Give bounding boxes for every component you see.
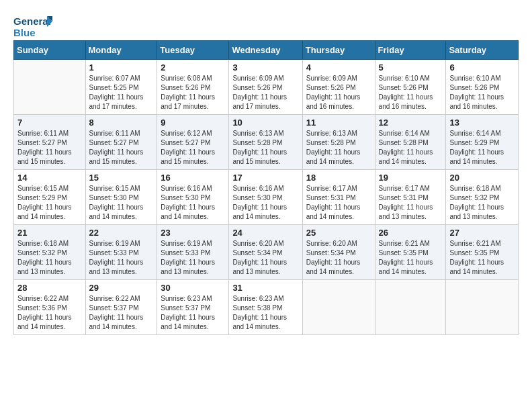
calendar-week-row: 1Sunrise: 6:07 AM Sunset: 5:25 PM Daylig… xyxy=(14,60,519,115)
svg-text:General: General xyxy=(13,15,51,27)
calendar-cell: 17Sunrise: 6:16 AM Sunset: 5:30 PM Dayli… xyxy=(229,170,302,225)
header-day-friday: Friday xyxy=(375,41,446,60)
calendar-week-row: 28Sunrise: 6:22 AM Sunset: 5:36 PM Dayli… xyxy=(14,280,519,335)
calendar-cell: 25Sunrise: 6:20 AM Sunset: 5:34 PM Dayli… xyxy=(302,225,375,280)
day-info: Sunrise: 6:15 AM Sunset: 5:29 PM Dayligh… xyxy=(17,184,82,222)
calendar-cell: 31Sunrise: 6:23 AM Sunset: 5:38 PM Dayli… xyxy=(229,280,302,335)
day-number: 25 xyxy=(306,228,371,238)
header-day-sunday: Sunday xyxy=(14,41,86,60)
calendar-cell: 16Sunrise: 6:16 AM Sunset: 5:30 PM Dayli… xyxy=(157,170,229,225)
calendar-cell: 21Sunrise: 6:18 AM Sunset: 5:32 PM Dayli… xyxy=(14,225,86,280)
header-day-wednesday: Wednesday xyxy=(229,41,302,60)
logo-svg: GeneralBlue xyxy=(13,13,54,40)
day-number: 20 xyxy=(449,173,515,183)
calendar-week-row: 7Sunrise: 6:11 AM Sunset: 5:27 PM Daylig… xyxy=(14,115,519,170)
day-number: 1 xyxy=(89,62,154,73)
day-number: 24 xyxy=(232,228,298,238)
calendar-cell: 23Sunrise: 6:19 AM Sunset: 5:33 PM Dayli… xyxy=(157,225,229,280)
day-number: 11 xyxy=(306,118,371,128)
day-info: Sunrise: 6:08 AM Sunset: 5:26 PM Dayligh… xyxy=(161,74,225,111)
calendar-cell: 24Sunrise: 6:20 AM Sunset: 5:34 PM Dayli… xyxy=(229,225,302,280)
day-info: Sunrise: 6:22 AM Sunset: 5:37 PM Dayligh… xyxy=(89,294,154,332)
svg-text:Blue: Blue xyxy=(13,27,36,38)
day-info: Sunrise: 6:10 AM Sunset: 5:26 PM Dayligh… xyxy=(449,74,515,111)
day-number: 3 xyxy=(232,62,298,73)
day-info: Sunrise: 6:16 AM Sunset: 5:30 PM Dayligh… xyxy=(161,184,225,222)
day-info: Sunrise: 6:23 AM Sunset: 5:37 PM Dayligh… xyxy=(161,294,225,332)
day-number: 18 xyxy=(306,173,371,183)
calendar-cell: 8Sunrise: 6:11 AM Sunset: 5:27 PM Daylig… xyxy=(85,115,157,170)
day-info: Sunrise: 6:11 AM Sunset: 5:27 PM Dayligh… xyxy=(17,129,82,167)
calendar-cell: 3Sunrise: 6:09 AM Sunset: 5:26 PM Daylig… xyxy=(229,60,302,115)
calendar-cell: 26Sunrise: 6:21 AM Sunset: 5:35 PM Dayli… xyxy=(375,225,446,280)
calendar-cell: 18Sunrise: 6:17 AM Sunset: 5:31 PM Dayli… xyxy=(302,170,375,225)
day-info: Sunrise: 6:17 AM Sunset: 5:31 PM Dayligh… xyxy=(306,184,371,222)
calendar-week-row: 21Sunrise: 6:18 AM Sunset: 5:32 PM Dayli… xyxy=(14,225,519,280)
day-info: Sunrise: 6:15 AM Sunset: 5:30 PM Dayligh… xyxy=(89,184,154,222)
calendar-cell: 14Sunrise: 6:15 AM Sunset: 5:29 PM Dayli… xyxy=(14,170,86,225)
day-info: Sunrise: 6:21 AM Sunset: 5:35 PM Dayligh… xyxy=(379,239,443,277)
day-number: 9 xyxy=(161,118,225,128)
day-info: Sunrise: 6:09 AM Sunset: 5:26 PM Dayligh… xyxy=(232,74,298,111)
day-info: Sunrise: 6:10 AM Sunset: 5:26 PM Dayligh… xyxy=(379,74,443,111)
day-number: 2 xyxy=(161,62,225,73)
day-number: 10 xyxy=(232,118,298,128)
day-info: Sunrise: 6:12 AM Sunset: 5:27 PM Dayligh… xyxy=(161,129,225,167)
day-number: 7 xyxy=(17,118,82,128)
calendar-cell: 29Sunrise: 6:22 AM Sunset: 5:37 PM Dayli… xyxy=(85,280,157,335)
day-info: Sunrise: 6:14 AM Sunset: 5:29 PM Dayligh… xyxy=(449,129,515,167)
day-info: Sunrise: 6:09 AM Sunset: 5:26 PM Dayligh… xyxy=(306,74,371,111)
calendar-cell: 1Sunrise: 6:07 AM Sunset: 5:25 PM Daylig… xyxy=(85,60,157,115)
day-info: Sunrise: 6:18 AM Sunset: 5:32 PM Dayligh… xyxy=(17,239,82,277)
day-number: 22 xyxy=(89,228,154,238)
day-info: Sunrise: 6:20 AM Sunset: 5:34 PM Dayligh… xyxy=(232,239,298,277)
day-number: 8 xyxy=(89,118,154,128)
day-number: 21 xyxy=(17,228,82,238)
calendar-cell: 6Sunrise: 6:10 AM Sunset: 5:26 PM Daylig… xyxy=(446,60,519,115)
day-number: 13 xyxy=(449,118,515,128)
calendar-cell: 12Sunrise: 6:14 AM Sunset: 5:28 PM Dayli… xyxy=(375,115,446,170)
calendar-cell: 4Sunrise: 6:09 AM Sunset: 5:26 PM Daylig… xyxy=(302,60,375,115)
day-info: Sunrise: 6:13 AM Sunset: 5:28 PM Dayligh… xyxy=(232,129,298,167)
day-number: 27 xyxy=(449,228,515,238)
header-day-thursday: Thursday xyxy=(302,41,375,60)
logo: GeneralBlue xyxy=(13,13,54,40)
day-info: Sunrise: 6:18 AM Sunset: 5:32 PM Dayligh… xyxy=(449,184,515,222)
day-number: 31 xyxy=(232,283,298,293)
calendar-cell: 11Sunrise: 6:13 AM Sunset: 5:28 PM Dayli… xyxy=(302,115,375,170)
calendar-cell: 15Sunrise: 6:15 AM Sunset: 5:30 PM Dayli… xyxy=(85,170,157,225)
day-info: Sunrise: 6:11 AM Sunset: 5:27 PM Dayligh… xyxy=(89,129,154,167)
calendar-table: SundayMondayTuesdayWednesdayThursdayFrid… xyxy=(13,40,519,335)
calendar-cell: 5Sunrise: 6:10 AM Sunset: 5:26 PM Daylig… xyxy=(375,60,446,115)
day-number: 12 xyxy=(379,118,443,128)
calendar-cell: 13Sunrise: 6:14 AM Sunset: 5:29 PM Dayli… xyxy=(446,115,519,170)
day-info: Sunrise: 6:21 AM Sunset: 5:35 PM Dayligh… xyxy=(449,239,515,277)
day-number: 29 xyxy=(89,283,154,293)
day-info: Sunrise: 6:16 AM Sunset: 5:30 PM Dayligh… xyxy=(232,184,298,222)
day-number: 5 xyxy=(379,62,443,73)
calendar-cell: 7Sunrise: 6:11 AM Sunset: 5:27 PM Daylig… xyxy=(14,115,86,170)
day-number: 19 xyxy=(379,173,443,183)
calendar-cell: 30Sunrise: 6:23 AM Sunset: 5:37 PM Dayli… xyxy=(157,280,229,335)
day-info: Sunrise: 6:20 AM Sunset: 5:34 PM Dayligh… xyxy=(306,239,371,277)
calendar-cell: 9Sunrise: 6:12 AM Sunset: 5:27 PM Daylig… xyxy=(157,115,229,170)
header-day-tuesday: Tuesday xyxy=(157,41,229,60)
day-info: Sunrise: 6:22 AM Sunset: 5:36 PM Dayligh… xyxy=(17,294,82,332)
header-day-saturday: Saturday xyxy=(446,41,519,60)
calendar-cell: 28Sunrise: 6:22 AM Sunset: 5:36 PM Dayli… xyxy=(14,280,86,335)
calendar-cell xyxy=(375,280,446,335)
day-number: 4 xyxy=(306,62,371,73)
day-number: 23 xyxy=(161,228,225,238)
day-info: Sunrise: 6:13 AM Sunset: 5:28 PM Dayligh… xyxy=(306,129,371,167)
calendar-cell xyxy=(446,280,519,335)
day-info: Sunrise: 6:19 AM Sunset: 5:33 PM Dayligh… xyxy=(89,239,154,277)
day-info: Sunrise: 6:07 AM Sunset: 5:25 PM Dayligh… xyxy=(89,74,154,111)
day-number: 15 xyxy=(89,173,154,183)
calendar-cell: 19Sunrise: 6:17 AM Sunset: 5:31 PM Dayli… xyxy=(375,170,446,225)
calendar-header-row: SundayMondayTuesdayWednesdayThursdayFrid… xyxy=(14,41,519,60)
day-number: 6 xyxy=(449,62,515,73)
calendar-cell: 2Sunrise: 6:08 AM Sunset: 5:26 PM Daylig… xyxy=(157,60,229,115)
day-info: Sunrise: 6:14 AM Sunset: 5:28 PM Dayligh… xyxy=(379,129,443,167)
day-number: 26 xyxy=(379,228,443,238)
calendar-cell: 20Sunrise: 6:18 AM Sunset: 5:32 PM Dayli… xyxy=(446,170,519,225)
